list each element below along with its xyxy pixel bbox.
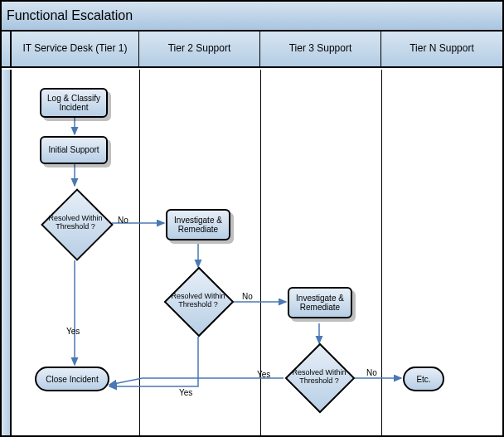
node-close-incident: Close Incident	[35, 367, 109, 391]
lane-divider	[381, 70, 382, 435]
node-log-classify: Log & Classify Incident	[40, 88, 108, 118]
diagram-area: Log & Classify Incident Initial Support …	[2, 70, 502, 435]
decision-label: Resolved Within Threshold ?	[284, 342, 355, 413]
lane-header-spacer	[2, 32, 12, 66]
edge-label-no: No	[366, 368, 377, 377]
edge-label-yes: Yes	[179, 388, 192, 397]
edge-label-yes: Yes	[257, 370, 270, 379]
node-investigate-3: Investigate & Remediate	[288, 287, 352, 318]
lane-header-tier1: IT Service Desk (Tier 1)	[12, 32, 139, 66]
lane-header-tier3: Tier 3 Support	[260, 32, 381, 66]
decision-label: Resolved Within Threshold ?	[38, 186, 113, 260]
diagram-sidebar	[2, 70, 12, 435]
node-investigate-2: Investigate & Remediate	[166, 209, 230, 240]
decision-resolved-3: Resolved Within Threshold ?	[284, 342, 355, 413]
diagram-container: Functional Escalation IT Service Desk (T…	[0, 0, 504, 437]
lane-header-tierN: Tier N Support	[381, 32, 502, 66]
node-initial-support: Initial Support	[40, 136, 108, 164]
decision-label: Resolved Within Threshold ?	[162, 265, 234, 337]
lane-divider	[139, 70, 140, 435]
lane-divider	[260, 70, 261, 435]
edge-label-yes: Yes	[66, 327, 80, 336]
decision-resolved-2: Resolved Within Threshold ?	[162, 265, 234, 337]
edge-label-no: No	[118, 216, 128, 225]
node-etc: Etc.	[403, 367, 444, 391]
decision-resolved-1: Resolved Within Threshold ?	[38, 186, 113, 260]
edge-label-no: No	[242, 292, 253, 301]
lane-header-tier2: Tier 2 Support	[139, 32, 260, 66]
swimlane-headers: IT Service Desk (Tier 1) Tier 2 Support …	[2, 32, 502, 68]
diagram-title: Functional Escalation	[2, 2, 502, 32]
